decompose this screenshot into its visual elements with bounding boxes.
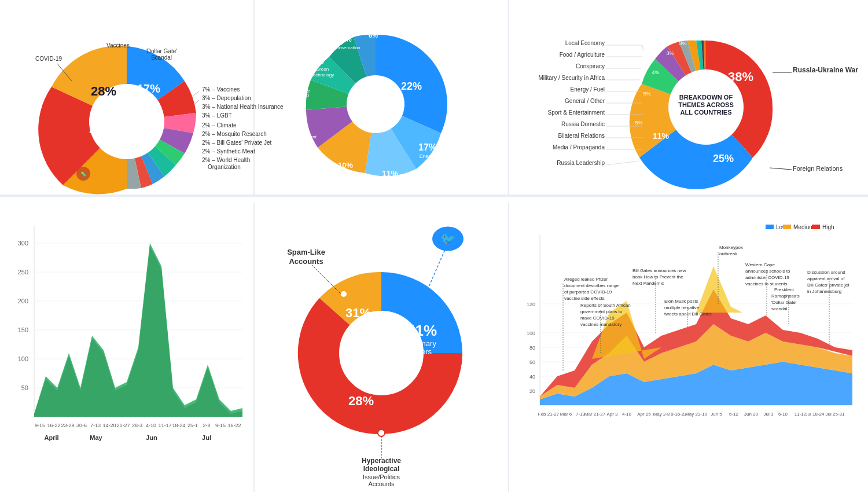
lbl-dollargate2: Scandal [151,54,172,61]
panel-top-3: Local Economy Food / Agriculture Conspir… [509,0,868,197]
conn-foreign [770,168,792,170]
ann-1c: of purported COVID-19 [564,289,612,295]
xb3-13: Jun 20 [744,412,758,417]
lbl-greentech2: Technology [311,72,334,78]
lbl-russia-domestic: Russia Domestic [561,121,605,127]
pct-conservation: 8% [341,35,352,43]
center-title-2: THEMES ACROSS [678,101,734,108]
lbl-food2: Water Security [330,176,361,181]
spam-indicator [340,291,347,298]
ann-1: Alleged leaked Pfizer [564,277,608,282]
xb3-1: Feb 21-27 [538,412,559,417]
ann-6d: vaccines to students [745,281,787,287]
lbl-military: Military / Security in Africa [539,75,605,81]
ann-1d: vaccine side effects [564,296,605,301]
lbl-gov3: Policy [299,146,310,150]
pct-spam: 31% [345,306,371,320]
lbl-gov: Government [291,134,317,139]
x-lbl-7: 21-27 [116,423,130,428]
ann-2d: vaccines mandatory [580,322,621,327]
lbl-bilateral: Bilateral Relations [558,133,605,139]
legend-high-text: High [822,224,834,230]
panel-top-2: 22% Climate Cooperation 17% Energy 11% G… [255,0,509,197]
y-80: 80 [529,345,535,351]
pct-energy-lbl: 3% [679,41,686,46]
pct-vaccines: 28% [91,84,116,98]
x-lbl-11: 18-24 [172,423,185,428]
ann-6: Western Cape [745,262,775,267]
lbl-sport: Sport & Entertainment [548,109,605,116]
area-spike2 [696,266,742,313]
lbl-hyper2: Ideological [363,465,400,473]
pct-ordinary: 41% [407,322,437,339]
covid-icon-text: 🦠 [80,170,87,178]
y-100: 100 [526,331,535,336]
pct-pollution: 6% [369,32,378,39]
legend-med-text: Medium [793,224,814,230]
xb3-12: 6-12 [729,412,738,417]
y-100: 100 [18,355,28,362]
lbl-gov2: Leadership/ [293,141,315,145]
panel-bottom-2: 🐦 41% Ordinary Users 31% [255,203,509,492]
lbl-local-economy: Local Economy [565,40,605,46]
center-title-3: ALL COUNTRIES [680,109,731,116]
pct-russia-ldr: 11% [653,131,670,141]
center-title-1: BREAKDOWN OF [679,94,733,101]
lbl-media: Media / Propaganda [553,144,605,150]
connector-2 [195,100,199,104]
ann-8c: Bill Gates' private jet [807,282,849,288]
month-april: April [44,434,58,441]
top-row: 29% 28% 17% 7% – Vaccines 3% – Depopulat… [0,0,868,197]
ann-4: Elon Musk posts [664,299,698,304]
x-lbl-15: 16-22 [227,423,241,428]
panel-top-1: 29% 28% 17% 7% – Vaccines 3% – Depopulat… [0,0,255,197]
lbl-who2: Organization [208,164,241,170]
ann-7d: scandal [771,306,788,311]
conn-local2 [642,45,643,51]
x-lbl-4: 30-6 [76,423,87,428]
pct-cc: 22% [401,80,422,92]
lbl-nat: Natural- [293,83,310,88]
lbl-7: 7% – Vaccines [202,86,240,93]
xb3-17: Jul 18-24 [805,412,824,417]
lbl-vaccines: Vaccines [106,42,130,49]
xb3-15: 6-10 [778,412,788,417]
xb3-18: Jul 25-31 [825,412,844,417]
ann-8: Discussion around [807,270,845,275]
lbl-cc: Climate [380,94,398,100]
svg-text:🐦: 🐦 [440,232,456,247]
xb3-5: Apr 3 [606,412,618,417]
xb3-10: May 23-10 [685,412,707,417]
xb3-6: 4-10 [621,412,631,417]
y-250: 250 [18,269,28,276]
pct-greentech: 8% [314,57,324,65]
month-may: May [90,434,102,441]
lbl-food-agri: Food / Agriculture [560,52,605,58]
xb3-7: Apr 25 [637,412,651,417]
x-lbl-1: 9-15 [35,423,45,428]
lbl-climate: 2% – Climate [202,122,237,128]
lbl-ukraine-war-right: Russia-Ukraine War [793,66,858,74]
ann-2c: make COVID-19 [580,315,615,321]
y-60: 60 [529,359,535,365]
lbl-general-other: General / Other [565,98,605,104]
lbl-energy-fuel: Energy / Fuel [571,86,605,93]
area-chart-dark [34,246,242,417]
lbl-spam-ext2: Accounts [289,257,323,266]
xb3-14: Jul 3 [763,412,773,417]
pct-ukraine: 38% [728,69,753,84]
x-lbl-5: 7-13 [90,423,101,428]
ann-6c: administer COVID-19 [745,275,790,280]
lbl-foreign-right: Foreign Relations [793,165,843,172]
ann-4c: tweets about Bill Gates [664,311,712,317]
month-jun: Jun [146,434,157,441]
pct-gov: 9% [299,126,309,134]
pct-energy: 17% [418,142,437,152]
lbl-conservation: Conservation [333,45,360,50]
pct-bilateral-lbl: 5% [635,120,642,126]
ann-7c: 'Dollar Gate' [771,300,797,305]
ann-7b: Ramaphosa's [771,293,800,299]
y-300: 300 [18,240,28,247]
lbl-ordinary2: Users [412,347,432,356]
x-lbl-9: 4-10 [146,423,156,428]
